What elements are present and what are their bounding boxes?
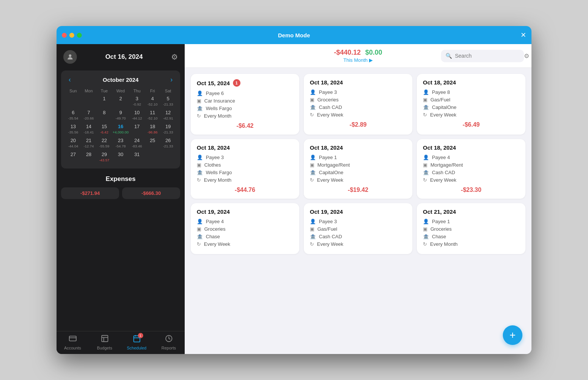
minimize-traffic-light[interactable] bbox=[69, 33, 74, 38]
cal-cell[interactable]: 7-20.66 bbox=[81, 109, 96, 122]
cal-cell[interactable]: 17 bbox=[129, 123, 144, 136]
repeat-icon-6: ↻ bbox=[423, 177, 427, 183]
cal-cell[interactable]: 2 bbox=[112, 95, 129, 108]
card-repeat-5: ↻ Every Week bbox=[310, 177, 406, 183]
budgets-icon bbox=[101, 334, 109, 345]
cal-cell[interactable]: 9-49.70 bbox=[112, 109, 129, 122]
sidebar: Oct 16, 2024 ⚙ ‹ October 2024 › Sun Mon … bbox=[57, 44, 185, 354]
cal-cell[interactable]: 4-52.10 bbox=[145, 95, 160, 108]
cal-cell[interactable]: 18-96.86 bbox=[145, 123, 160, 136]
cal-cell bbox=[66, 95, 81, 108]
cal-cell[interactable]: 10-44.12 bbox=[129, 109, 144, 122]
cal-cell[interactable]: 22-55.59 bbox=[96, 136, 112, 150]
card-category-6: ▣ Mortgage/Rent bbox=[423, 162, 519, 168]
card-category-5: ▣ Mortgage/Rent bbox=[310, 162, 406, 168]
card-category-9: ▣ Groceries bbox=[423, 226, 519, 232]
card-category-7: ▣ Groceries bbox=[197, 226, 293, 232]
transaction-card-2[interactable]: Oct 18, 2024 👤 Payee 3 ▣ Groceries 🏦 Cas… bbox=[304, 74, 412, 135]
search-icon: 🔍 bbox=[446, 53, 452, 59]
cal-cell-today[interactable]: 16+4,000.00 bbox=[112, 123, 129, 136]
main-content: -$440.12 $0.00 This Month ▶ 🔍 ⚙ bbox=[185, 44, 531, 354]
cal-cell[interactable]: 21-12.74 bbox=[81, 136, 96, 150]
cal-cell[interactable]: 1 bbox=[96, 95, 112, 108]
transaction-card-8[interactable]: Oct 19, 2024 👤 Payee 3 ▣ Gas/Fuel 🏦 Cash… bbox=[304, 203, 412, 254]
card-category-2: ▣ Groceries bbox=[310, 97, 406, 103]
add-transaction-button[interactable]: + bbox=[503, 325, 522, 345]
category-icon-8: ▣ bbox=[310, 226, 314, 232]
nav-scheduled[interactable]: 1 Scheduled bbox=[121, 334, 153, 350]
total-negative-amount: -$440.12 bbox=[334, 49, 361, 57]
transaction-card-6[interactable]: Oct 18, 2024 👤 Payee 4 ▣ Mortgage/Rent 🏦… bbox=[417, 139, 525, 199]
repeat-icon-5: ↻ bbox=[310, 177, 314, 183]
cal-cell[interactable]: 8 bbox=[96, 109, 112, 122]
cal-cell[interactable]: 24-83.46 bbox=[129, 136, 144, 150]
header-amounts: -$440.12 $0.00 This Month ▶ bbox=[334, 49, 382, 63]
cal-cell[interactable]: 30 bbox=[112, 150, 129, 164]
cal-cell[interactable]: 26-21.33 bbox=[161, 136, 176, 150]
header-top-amounts: -$440.12 $0.00 bbox=[334, 49, 382, 57]
category-icon-5: ▣ bbox=[310, 162, 314, 168]
nav-budgets[interactable]: Budgets bbox=[89, 334, 121, 350]
cal-cell[interactable]: 13-35.56 bbox=[66, 123, 81, 136]
scheduled-icon: 1 bbox=[133, 334, 141, 345]
cal-cell[interactable]: 25 bbox=[145, 136, 160, 150]
category-icon-6: ▣ bbox=[423, 162, 427, 168]
this-month-label[interactable]: This Month ▶ bbox=[334, 57, 382, 63]
settings-icon[interactable]: ⚙ bbox=[171, 52, 178, 61]
transaction-card-5[interactable]: Oct 18, 2024 👤 Payee 1 ▣ Mortgage/Rent 🏦… bbox=[304, 139, 412, 199]
svg-point-0 bbox=[69, 54, 72, 57]
card-amount-6: -$23.30 bbox=[423, 187, 519, 193]
nav-accounts[interactable]: Accounts bbox=[57, 334, 89, 350]
card-category-1: ▣ Car Insurance bbox=[197, 98, 293, 104]
filter-icon[interactable]: ⚙ bbox=[524, 52, 529, 60]
svg-rect-2 bbox=[101, 336, 108, 342]
avatar[interactable] bbox=[63, 50, 77, 64]
cal-cell[interactable]: 14-18.41 bbox=[81, 123, 96, 136]
expenses-label: Expenses bbox=[57, 175, 185, 183]
cal-cell[interactable]: 23-54.78 bbox=[112, 136, 129, 150]
nav-reports[interactable]: Reports bbox=[153, 334, 185, 350]
close-button[interactable]: ✕ bbox=[521, 32, 526, 38]
cal-cell[interactable]: 19-21.33 bbox=[161, 123, 176, 136]
cal-cell[interactable]: 27 bbox=[66, 150, 81, 164]
account-icon-7: 🏦 bbox=[197, 234, 203, 239]
sidebar-date: Oct 16, 2024 bbox=[105, 53, 142, 61]
card-date-3: Oct 18, 2024 bbox=[423, 79, 519, 86]
cal-cell[interactable]: 29-43.57 bbox=[96, 150, 112, 164]
search-input[interactable] bbox=[455, 53, 521, 59]
calendar-next-button[interactable]: › bbox=[167, 75, 176, 84]
traffic-lights bbox=[62, 33, 82, 38]
card-repeat-7: ↻ Every Week bbox=[197, 241, 293, 247]
cal-cell[interactable]: 28 bbox=[81, 150, 96, 164]
transaction-card-1[interactable]: Oct 15, 2024 1 👤 Payee 6 ▣ Car Insurance bbox=[191, 74, 299, 135]
transaction-card-4[interactable]: Oct 18, 2024 👤 Payee 3 ▣ Clothes 🏦 Wells… bbox=[191, 139, 299, 199]
search-box[interactable]: 🔍 ⚙ bbox=[441, 50, 524, 62]
transaction-card-3[interactable]: Oct 18, 2024 👤 Payee 8 ▣ Gas/Fuel 🏦 Capi… bbox=[417, 74, 525, 135]
cal-cell[interactable]: 11-52.10 bbox=[145, 109, 160, 122]
cal-cell[interactable]: 6-35.54 bbox=[66, 109, 81, 122]
card-repeat-9: ↻ Every Month bbox=[423, 241, 519, 247]
card-payee-7: 👤 Payee 4 bbox=[197, 219, 293, 224]
transaction-card-9[interactable]: Oct 21, 2024 👤 Payee 1 ▣ Groceries 🏦 Cha… bbox=[417, 203, 525, 254]
card-date-4: Oct 18, 2024 bbox=[197, 144, 293, 151]
close-traffic-light[interactable] bbox=[62, 33, 67, 38]
cal-cell[interactable]: 31 bbox=[129, 150, 144, 164]
maximize-traffic-light[interactable] bbox=[77, 33, 82, 38]
cal-cell[interactable]: 15-6.42 bbox=[96, 123, 112, 136]
card-repeat-3: ↻ Every Week bbox=[423, 112, 519, 118]
cal-cell[interactable]: 12-42.91 bbox=[161, 109, 176, 122]
cal-cell[interactable]: 20-44.04 bbox=[66, 136, 81, 150]
account-icon-3: 🏦 bbox=[423, 104, 429, 110]
cal-header-wed: Wed bbox=[112, 87, 129, 94]
transaction-card-7[interactable]: Oct 19, 2024 👤 Payee 4 ▣ Groceries 🏦 Cha… bbox=[191, 203, 299, 254]
calendar-nav: ‹ October 2024 › bbox=[66, 75, 176, 84]
card-account-4: 🏦 Wells Fargo bbox=[197, 170, 293, 175]
card-account-8: 🏦 Cash CAD bbox=[310, 234, 406, 239]
main-header: -$440.12 $0.00 This Month ▶ 🔍 ⚙ bbox=[185, 44, 531, 68]
repeat-icon-2: ↻ bbox=[310, 112, 314, 118]
payee-icon-2: 👤 bbox=[310, 89, 316, 95]
cal-cell[interactable]: 3-0.92 bbox=[129, 95, 144, 108]
calendar-prev-button[interactable]: ‹ bbox=[66, 75, 74, 84]
repeat-icon-3: ↻ bbox=[423, 112, 427, 118]
cal-cell[interactable]: 5-21.33 bbox=[161, 95, 176, 108]
